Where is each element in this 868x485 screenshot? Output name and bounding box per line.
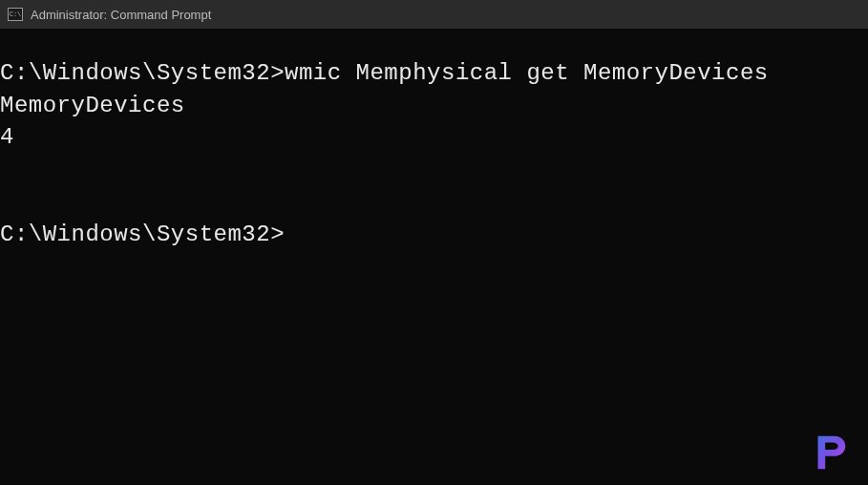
- cmd-icon-label: C:\: [10, 11, 22, 18]
- output-value: 4: [0, 121, 868, 154]
- command-text: wmic Memphysical get MemoryDevices: [285, 60, 769, 86]
- prompt: C:\Windows\System32>: [0, 60, 285, 86]
- p-logo-icon: [807, 429, 853, 474]
- cmd-icon: C:\: [8, 8, 23, 21]
- terminal-line: C:\Windows\System32>: [0, 219, 868, 251]
- blank-line: [0, 186, 868, 219]
- terminal-line: C:\Windows\System32>wmic Memphysical get…: [0, 57, 868, 90]
- terminal-output[interactable]: C:\Windows\System32>wmic Memphysical get…: [0, 29, 868, 250]
- watermark-logo: [806, 428, 854, 475]
- prompt: C:\Windows\System32>: [0, 221, 285, 247]
- window-titlebar: C:\ Administrator: Command Prompt: [0, 0, 868, 29]
- window-title: Administrator: Command Prompt: [31, 8, 211, 22]
- blank-line: [0, 154, 868, 186]
- output-header: MemoryDevices: [0, 90, 868, 122]
